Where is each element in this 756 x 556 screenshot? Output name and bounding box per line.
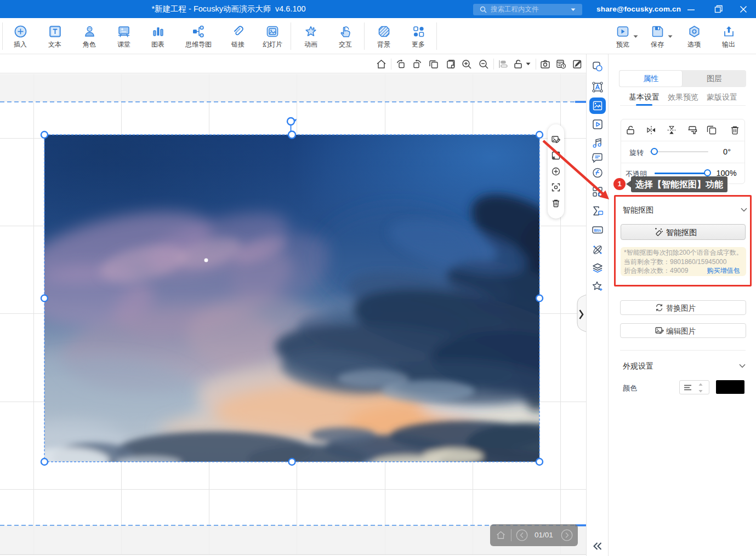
svg-text:Btn: Btn xyxy=(594,228,601,233)
